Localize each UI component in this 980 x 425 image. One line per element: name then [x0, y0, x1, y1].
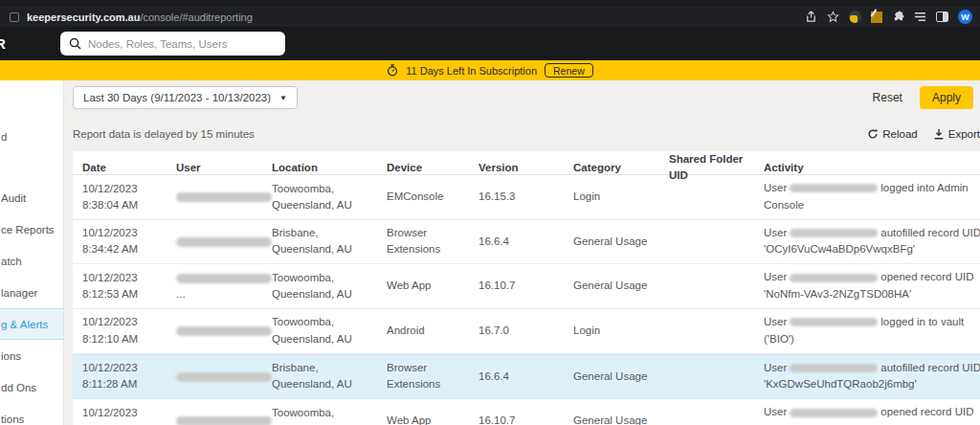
cell-user	[176, 323, 272, 339]
cell-location: Brisbane, Queensland, AU	[272, 360, 387, 393]
audit-events-table: Date User Location Device Version Catego…	[73, 151, 980, 425]
col-date: Date	[82, 160, 176, 176]
cell-category: General Usage	[573, 413, 669, 425]
cell-device: Browser Extensions	[387, 225, 479, 258]
cell-version: 16.15.3	[479, 189, 573, 205]
sidebar-item-dashboard[interactable]: d	[0, 121, 63, 152]
cell-device: Android	[387, 323, 479, 339]
sidebar-item-add-ons[interactable]: dd Ons	[0, 371, 63, 403]
side-panel-icon[interactable]	[936, 11, 948, 22]
extensions-puzzle-icon[interactable]	[892, 11, 904, 23]
subscription-message: 11 Days Left In Subscription	[406, 65, 537, 77]
share-icon[interactable]	[805, 11, 817, 23]
col-location: Location	[272, 160, 387, 176]
cell-date: 10/12/20238:12:53 AM	[82, 270, 176, 303]
cell-user	[176, 234, 272, 250]
cell-category: General Usage	[573, 278, 669, 294]
cell-location: Toowoomba, Queensland, AU	[272, 270, 387, 303]
redacted-user	[790, 184, 878, 192]
redacted-user	[176, 237, 272, 247]
global-search[interactable]	[60, 32, 285, 56]
cell-activity: Userautofilled record UID 'KxGDwSeUhdTQR…	[764, 355, 980, 399]
cell-user	[176, 189, 272, 205]
export-download-icon	[933, 128, 945, 140]
reset-button[interactable]: Reset	[861, 87, 914, 108]
redacted-user	[176, 416, 272, 425]
table-row-highlighted[interactable]: 10/12/20238:11:28 AM Brisbane, Queenslan…	[73, 354, 980, 400]
sidebar-nav: d Audit ce Reports atch lanager g & Aler…	[0, 80, 64, 425]
cell-date: 10/12/20238:38:04 AM	[82, 181, 176, 214]
profile-avatar[interactable]: W	[958, 10, 972, 24]
sidebar-item-reporting-alerts[interactable]: g & Alerts	[0, 308, 63, 340]
cell-date: 10/12/20238:34:42 AM	[82, 225, 176, 258]
browser-address-bar[interactable]: keepersecurity.com.au/console/#auditrepo…	[0, 7, 980, 27]
cell-device: EMConsole	[387, 189, 479, 205]
browser-chrome: keepersecurity.com.au/console/#auditrepo…	[0, 0, 980, 27]
redacted-user	[176, 274, 272, 283]
browser-tab-strip	[0, 0, 980, 7]
sidebar-item-security-audit[interactable]: Audit	[0, 182, 63, 213]
col-shared-folder-uid: Shared Folder UID	[669, 151, 764, 185]
redacted-user	[176, 192, 272, 202]
renew-button[interactable]: Renew	[545, 63, 593, 78]
cell-activity: Userlogged into Admin Console	[764, 175, 980, 219]
cell-activity: Useropened record UID 'NoNfm-VAv3-2NZgTS…	[764, 264, 980, 308]
cell-device: Web App	[387, 413, 479, 425]
table-row[interactable]: 10/12/20238:12:10 AM Toowoomba, Queensla…	[73, 309, 980, 354]
apply-button[interactable]: Apply	[920, 86, 973, 109]
chevron-down-icon: ▼	[279, 94, 287, 102]
cell-user	[176, 369, 272, 385]
table-row[interactable]: 10/12/20238:08:52 AM Toowoomba, Queensla…	[73, 399, 980, 425]
cell-user	[176, 413, 272, 425]
redacted-user	[790, 274, 878, 282]
audit-report-content: Last 30 Days (9/11/2023 - 10/13/2023) ▼ …	[64, 80, 980, 425]
subscription-banner: 11 Days Left In Subscription Renew	[0, 60, 980, 80]
table-row[interactable]: 10/12/20238:38:04 AM Toowoomba, Queensla…	[73, 175, 980, 220]
sidebar-item-breachwatch[interactable]: atch	[0, 245, 63, 277]
cell-date: 10/12/20238:08:52 AM	[82, 405, 176, 425]
bookmark-star-icon[interactable]	[827, 11, 839, 23]
sidebar-item-integrations[interactable]: tions	[0, 403, 63, 425]
keeper-logo-partial: R	[0, 35, 7, 52]
reading-list-icon[interactable]	[914, 11, 926, 22]
cell-category: Login	[573, 189, 669, 205]
cell-location: Brisbane, Queensland, AU	[272, 225, 387, 258]
cell-activity: Userautofilled record UID 'OCyI6VuCw4aBD…	[764, 220, 980, 264]
sidebar-item-compliance-reports[interactable]: ce Reports	[0, 213, 63, 245]
cell-category: General Usage	[573, 234, 669, 250]
report-delay-notice: Report data is delayed by 15 minutes	[73, 128, 255, 140]
redacted-user	[176, 326, 272, 336]
yellow-extension-icon[interactable]	[871, 11, 882, 23]
reload-button[interactable]: Reload	[867, 128, 917, 140]
cell-date: 10/12/20238:11:28 AM	[82, 360, 176, 393]
cell-user: ...	[176, 270, 272, 303]
col-user: User	[176, 160, 272, 176]
cell-category: Login	[573, 323, 669, 339]
app-header: R	[0, 27, 980, 60]
sidebar-item-secrets-manager[interactable]: lanager	[0, 277, 63, 308]
export-button[interactable]: Export	[933, 128, 980, 140]
cell-date: 10/12/20238:12:10 AM	[82, 314, 176, 347]
cell-version: 16.10.7	[479, 413, 573, 425]
cell-location: Toowoomba, Queensland, AU	[272, 181, 387, 214]
redacted-user	[790, 229, 878, 237]
cell-device: Web App	[387, 278, 479, 294]
cell-location: Toowoomba, Queensland, AU	[272, 405, 387, 425]
col-category: Category	[573, 160, 669, 176]
redacted-user	[790, 364, 878, 372]
redacted-user	[790, 409, 878, 417]
table-row[interactable]: 10/12/20238:12:53 AM ... Toowoomba, Quee…	[73, 264, 980, 309]
search-input[interactable]	[88, 38, 277, 50]
cell-location: Toowoomba, Queensland, AU	[272, 314, 387, 347]
cell-version: 16.6.4	[479, 234, 573, 250]
table-row[interactable]: 10/12/20238:34:42 AM Brisbane, Queenslan…	[73, 220, 980, 265]
col-device: Device	[387, 160, 479, 176]
date-range-dropdown[interactable]: Last 30 Days (9/11/2023 - 10/13/2023) ▼	[73, 86, 298, 109]
cell-version: 16.7.0	[479, 323, 573, 339]
site-info-icon[interactable]	[10, 12, 19, 22]
cell-device: Browser Extensions	[387, 360, 479, 393]
keeper-extension-icon[interactable]	[849, 11, 861, 23]
stopwatch-icon	[387, 64, 398, 77]
sidebar-item-subscriptions[interactable]: ions	[0, 340, 63, 371]
url-text[interactable]: keepersecurity.com.au/console/#auditrepo…	[27, 11, 253, 23]
